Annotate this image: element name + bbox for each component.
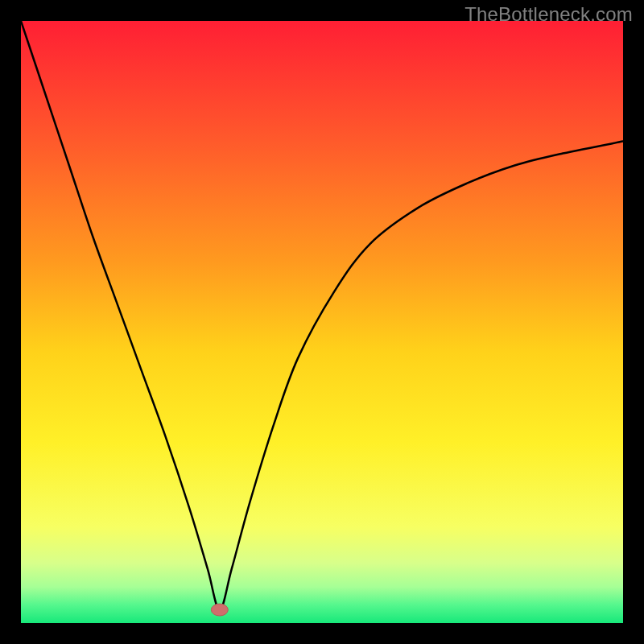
chart-container: TheBottleneck.com (0, 0, 644, 644)
gradient-background (21, 21, 623, 623)
chart-svg (21, 21, 623, 623)
plot-area (21, 21, 623, 623)
optimum-marker (211, 604, 228, 616)
